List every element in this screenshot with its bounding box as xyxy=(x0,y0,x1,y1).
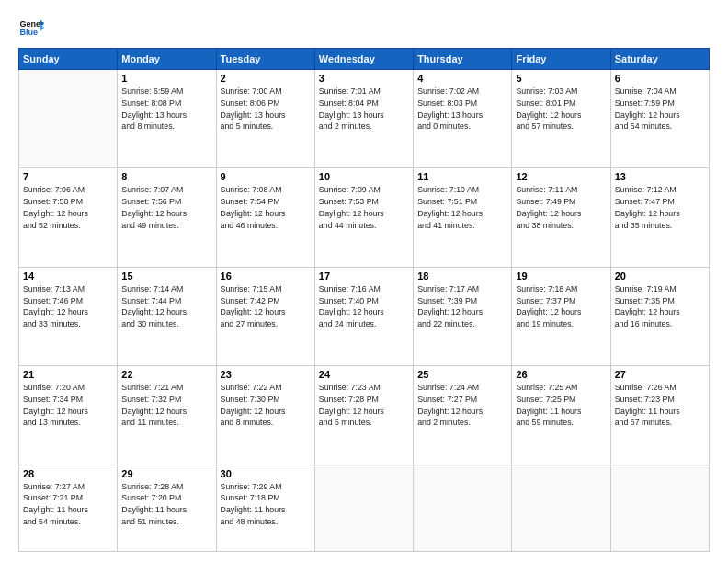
calendar-cell: 4Sunrise: 7:02 AM Sunset: 8:03 PM Daylig… xyxy=(414,70,512,168)
header-cell-friday: Friday xyxy=(512,49,610,70)
day-detail: Sunrise: 7:29 AM Sunset: 7:18 PM Dayligh… xyxy=(221,481,311,528)
day-number: 5 xyxy=(516,73,606,84)
day-detail: Sunrise: 7:21 AM Sunset: 7:32 PM Dayligh… xyxy=(121,382,211,429)
day-detail: Sunrise: 7:16 AM Sunset: 7:40 PM Dayligh… xyxy=(319,283,409,330)
day-detail: Sunrise: 7:12 AM Sunset: 7:47 PM Dayligh… xyxy=(615,184,705,231)
day-number: 21 xyxy=(23,369,113,380)
calendar-cell: 13Sunrise: 7:12 AM Sunset: 7:47 PM Dayli… xyxy=(610,168,709,267)
day-detail: Sunrise: 7:17 AM Sunset: 7:39 PM Dayligh… xyxy=(417,283,507,330)
week-row-2: 14Sunrise: 7:13 AM Sunset: 7:46 PM Dayli… xyxy=(19,267,710,365)
day-detail: Sunrise: 7:13 AM Sunset: 7:46 PM Dayligh… xyxy=(23,283,113,330)
week-row-0: 1Sunrise: 6:59 AM Sunset: 8:08 PM Daylig… xyxy=(19,70,710,168)
header-row: SundayMondayTuesdayWednesdayThursdayFrid… xyxy=(19,49,710,70)
day-detail: Sunrise: 7:00 AM Sunset: 8:06 PM Dayligh… xyxy=(221,86,311,132)
header-cell-tuesday: Tuesday xyxy=(216,49,314,70)
day-detail: Sunrise: 6:59 AM Sunset: 8:08 PM Dayligh… xyxy=(121,86,211,132)
day-number: 14 xyxy=(23,270,113,282)
calendar-cell: 21Sunrise: 7:20 AM Sunset: 7:34 PM Dayli… xyxy=(19,366,118,465)
day-detail: Sunrise: 7:03 AM Sunset: 8:01 PM Dayligh… xyxy=(516,86,606,132)
day-detail: Sunrise: 7:07 AM Sunset: 7:56 PM Dayligh… xyxy=(121,184,211,231)
day-number: 4 xyxy=(417,73,507,84)
calendar-cell: 30Sunrise: 7:29 AM Sunset: 7:18 PM Dayli… xyxy=(216,465,314,551)
calendar-cell: 7Sunrise: 7:06 AM Sunset: 7:58 PM Daylig… xyxy=(19,168,118,267)
week-row-3: 21Sunrise: 7:20 AM Sunset: 7:34 PM Dayli… xyxy=(19,366,710,465)
day-number: 28 xyxy=(23,468,113,479)
calendar-cell: 3Sunrise: 7:01 AM Sunset: 8:04 PM Daylig… xyxy=(314,70,413,168)
header: General Blue xyxy=(18,15,710,40)
day-number: 30 xyxy=(221,468,311,479)
calendar-cell: 10Sunrise: 7:09 AM Sunset: 7:53 PM Dayli… xyxy=(314,168,413,267)
header-cell-wednesday: Wednesday xyxy=(314,49,413,70)
header-cell-saturday: Saturday xyxy=(610,49,709,70)
day-detail: Sunrise: 7:28 AM Sunset: 7:20 PM Dayligh… xyxy=(121,481,211,528)
calendar-cell: 28Sunrise: 7:27 AM Sunset: 7:21 PM Dayli… xyxy=(19,465,118,551)
calendar-cell: 29Sunrise: 7:28 AM Sunset: 7:20 PM Dayli… xyxy=(118,465,216,551)
calendar-cell xyxy=(414,465,512,551)
page: General Blue SundayMondayTuesdayWednesda… xyxy=(0,0,728,563)
header-cell-sunday: Sunday xyxy=(19,49,118,70)
day-number: 1 xyxy=(121,73,211,84)
day-detail: Sunrise: 7:19 AM Sunset: 7:35 PM Dayligh… xyxy=(615,283,705,330)
day-detail: Sunrise: 7:15 AM Sunset: 7:42 PM Dayligh… xyxy=(221,283,311,330)
calendar-cell xyxy=(610,465,709,551)
day-detail: Sunrise: 7:22 AM Sunset: 7:30 PM Dayligh… xyxy=(221,382,311,429)
day-number: 2 xyxy=(221,73,311,84)
calendar-cell: 27Sunrise: 7:26 AM Sunset: 7:23 PM Dayli… xyxy=(610,366,709,465)
day-number: 12 xyxy=(516,171,606,182)
day-detail: Sunrise: 7:26 AM Sunset: 7:23 PM Dayligh… xyxy=(615,382,705,429)
header-cell-thursday: Thursday xyxy=(414,49,512,70)
day-detail: Sunrise: 7:01 AM Sunset: 8:04 PM Dayligh… xyxy=(319,86,409,132)
day-detail: Sunrise: 7:09 AM Sunset: 7:53 PM Dayligh… xyxy=(319,184,409,231)
day-number: 3 xyxy=(319,73,409,84)
day-number: 19 xyxy=(516,270,606,282)
day-number: 10 xyxy=(319,171,409,182)
calendar-cell: 16Sunrise: 7:15 AM Sunset: 7:42 PM Dayli… xyxy=(216,267,314,365)
day-detail: Sunrise: 7:25 AM Sunset: 7:25 PM Dayligh… xyxy=(516,382,606,429)
day-number: 6 xyxy=(615,73,705,84)
day-number: 11 xyxy=(417,171,507,182)
day-number: 16 xyxy=(221,270,311,282)
day-detail: Sunrise: 7:20 AM Sunset: 7:34 PM Dayligh… xyxy=(23,382,113,429)
day-number: 8 xyxy=(121,171,211,182)
calendar-cell: 2Sunrise: 7:00 AM Sunset: 8:06 PM Daylig… xyxy=(216,70,314,168)
week-row-4: 28Sunrise: 7:27 AM Sunset: 7:21 PM Dayli… xyxy=(19,465,710,551)
day-number: 9 xyxy=(221,171,311,182)
day-number: 27 xyxy=(615,369,705,380)
day-number: 25 xyxy=(417,369,507,380)
calendar-cell: 5Sunrise: 7:03 AM Sunset: 8:01 PM Daylig… xyxy=(512,70,610,168)
day-number: 26 xyxy=(516,369,606,380)
calendar-cell: 14Sunrise: 7:13 AM Sunset: 7:46 PM Dayli… xyxy=(19,267,118,365)
calendar-cell: 20Sunrise: 7:19 AM Sunset: 7:35 PM Dayli… xyxy=(610,267,709,365)
day-detail: Sunrise: 7:14 AM Sunset: 7:44 PM Dayligh… xyxy=(121,283,211,330)
calendar-cell: 23Sunrise: 7:22 AM Sunset: 7:30 PM Dayli… xyxy=(216,366,314,465)
day-number: 15 xyxy=(121,270,211,282)
calendar-cell: 19Sunrise: 7:18 AM Sunset: 7:37 PM Dayli… xyxy=(512,267,610,365)
logo: General Blue xyxy=(18,15,44,40)
calendar-cell xyxy=(314,465,413,551)
day-number: 29 xyxy=(121,468,211,479)
day-detail: Sunrise: 7:23 AM Sunset: 7:28 PM Dayligh… xyxy=(319,382,409,429)
day-number: 18 xyxy=(417,270,507,282)
day-detail: Sunrise: 7:10 AM Sunset: 7:51 PM Dayligh… xyxy=(417,184,507,231)
day-number: 17 xyxy=(319,270,409,282)
calendar-cell: 9Sunrise: 7:08 AM Sunset: 7:54 PM Daylig… xyxy=(216,168,314,267)
calendar-table: SundayMondayTuesdayWednesdayThursdayFrid… xyxy=(18,48,710,552)
calendar-cell: 17Sunrise: 7:16 AM Sunset: 7:40 PM Dayli… xyxy=(314,267,413,365)
day-detail: Sunrise: 7:04 AM Sunset: 7:59 PM Dayligh… xyxy=(615,86,705,132)
day-detail: Sunrise: 7:18 AM Sunset: 7:37 PM Dayligh… xyxy=(516,283,606,330)
day-number: 23 xyxy=(221,369,311,380)
day-detail: Sunrise: 7:11 AM Sunset: 7:49 PM Dayligh… xyxy=(516,184,606,231)
calendar-cell: 11Sunrise: 7:10 AM Sunset: 7:51 PM Dayli… xyxy=(414,168,512,267)
day-detail: Sunrise: 7:02 AM Sunset: 8:03 PM Dayligh… xyxy=(417,86,507,132)
day-number: 24 xyxy=(319,369,409,380)
calendar-cell xyxy=(512,465,610,551)
svg-text:Blue: Blue xyxy=(19,28,38,37)
calendar-cell: 26Sunrise: 7:25 AM Sunset: 7:25 PM Dayli… xyxy=(512,366,610,465)
calendar-cell xyxy=(19,70,118,168)
logo-icon: General Blue xyxy=(18,15,44,40)
week-row-1: 7Sunrise: 7:06 AM Sunset: 7:58 PM Daylig… xyxy=(19,168,710,267)
calendar-cell: 18Sunrise: 7:17 AM Sunset: 7:39 PM Dayli… xyxy=(414,267,512,365)
day-number: 7 xyxy=(23,171,113,182)
calendar-cell: 1Sunrise: 6:59 AM Sunset: 8:08 PM Daylig… xyxy=(118,70,216,168)
calendar-cell: 8Sunrise: 7:07 AM Sunset: 7:56 PM Daylig… xyxy=(118,168,216,267)
